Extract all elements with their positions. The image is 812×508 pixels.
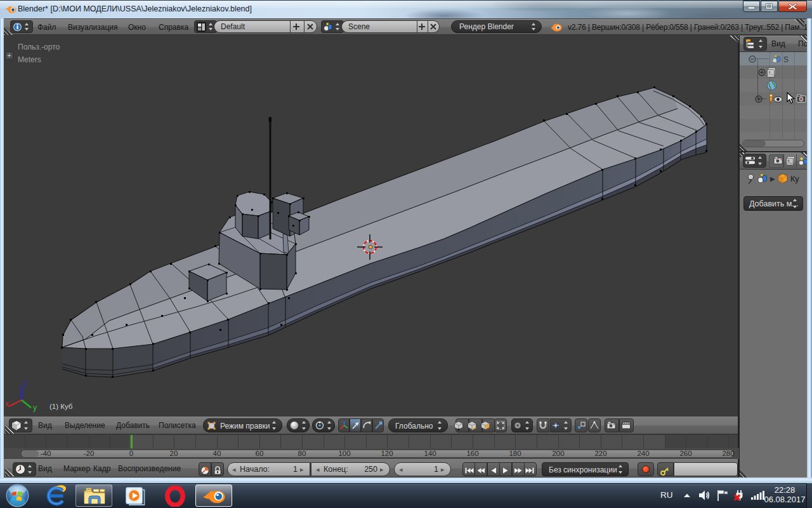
svg-text:y: y [33,403,37,412]
svg-text:x: x [5,399,9,408]
svg-text:z: z [23,378,27,387]
